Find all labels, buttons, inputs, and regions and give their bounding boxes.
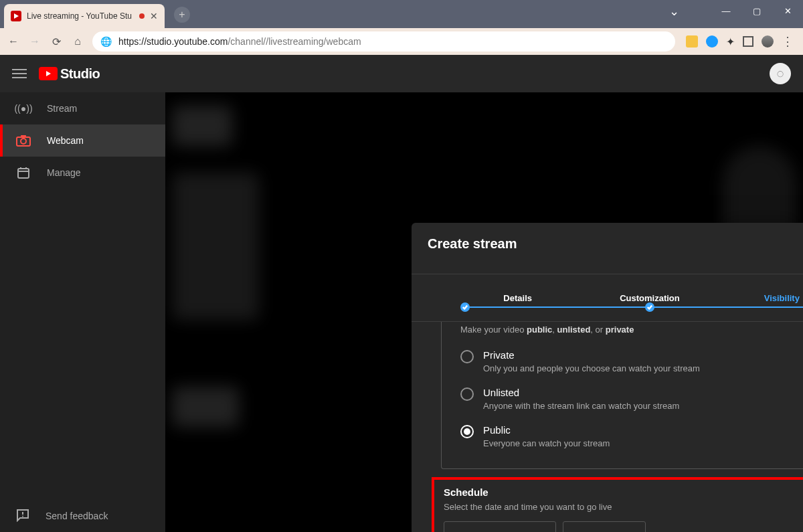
svg-point-8 bbox=[22, 515, 23, 517]
sidebar-item-label: Webcam bbox=[47, 135, 84, 146]
extensions-area: ✦ ⋮ bbox=[683, 34, 796, 49]
sidebar-item-webcam[interactable]: Webcam bbox=[0, 124, 165, 157]
window-minimize-button[interactable]: — bbox=[711, 0, 741, 21]
sidepanel-icon[interactable] bbox=[743, 36, 753, 47]
window-close-button[interactable]: ✕ bbox=[772, 0, 803, 21]
option-label: Unlisted bbox=[483, 387, 679, 398]
step-visibility[interactable]: Visibility bbox=[716, 293, 803, 303]
feedback-icon bbox=[16, 509, 29, 524]
tabs-dropdown-icon[interactable]: ⌄ bbox=[669, 4, 679, 19]
browser-tab[interactable]: Live streaming - YouTube Stu ✕ bbox=[4, 4, 165, 28]
stepper: Details Customization Visibility bbox=[412, 274, 803, 322]
new-tab-button[interactable]: + bbox=[174, 7, 190, 23]
svg-rect-2 bbox=[21, 135, 26, 138]
sidebar-item-label: Manage bbox=[47, 167, 81, 178]
step-check-icon bbox=[460, 302, 470, 312]
option-label: Public bbox=[483, 424, 610, 436]
url-domain: https://studio.youtube.com bbox=[118, 36, 228, 47]
extension-icon[interactable] bbox=[706, 35, 718, 48]
create-stream-modal: Create stream Details Customization Visi… bbox=[412, 223, 803, 532]
step-check-icon bbox=[645, 302, 654, 312]
modal-title: Create stream bbox=[428, 236, 803, 252]
option-desc: Anyone with the stream link can watch yo… bbox=[483, 401, 679, 411]
sidebar: ((●)) Stream Webcam Manage Send feedback bbox=[0, 92, 165, 532]
calendar-icon bbox=[16, 165, 31, 180]
visibility-hint: Make your video public, unlisted, or pri… bbox=[460, 322, 803, 343]
send-feedback-button[interactable]: Send feedback bbox=[0, 500, 165, 532]
app-topbar: Studio ◯ bbox=[0, 55, 803, 92]
url-path: /channel//livestreaming/webcam bbox=[228, 36, 361, 47]
youtube-play-icon bbox=[39, 67, 58, 80]
browser-toolbar: ← → ⟳ ⌂ 🌐 https://studio.youtube.com/cha… bbox=[0, 28, 803, 55]
recording-indicator-icon bbox=[139, 13, 145, 19]
option-desc: Everyone can watch your stream bbox=[483, 438, 610, 448]
menu-button[interactable] bbox=[12, 66, 27, 81]
address-bar[interactable]: 🌐 https://studio.youtube.com/channel//li… bbox=[92, 31, 675, 52]
visibility-option-private[interactable]: Private Only you and people you choose c… bbox=[460, 343, 803, 380]
extensions-menu-icon[interactable]: ✦ bbox=[726, 35, 735, 48]
studio-logo[interactable]: Studio bbox=[39, 66, 100, 82]
nav-back-button[interactable]: ← bbox=[7, 35, 20, 48]
extension-icon[interactable] bbox=[686, 35, 698, 48]
nav-home-button[interactable]: ⌂ bbox=[71, 35, 84, 48]
schedule-desc: Select the date and time you want to go … bbox=[444, 502, 803, 512]
schedule-date-picker[interactable]: May 10, 2022 bbox=[444, 521, 556, 532]
browser-menu-icon[interactable]: ⋮ bbox=[782, 34, 794, 49]
option-label: Private bbox=[483, 349, 700, 361]
site-info-icon[interactable]: 🌐 bbox=[100, 36, 112, 47]
schedule-highlight: Schedule Select the date and time you wa… bbox=[432, 477, 803, 532]
nav-forward-button: → bbox=[28, 35, 41, 48]
profile-avatar-icon[interactable] bbox=[762, 35, 774, 48]
youtube-favicon bbox=[11, 11, 21, 21]
tab-close-icon[interactable]: ✕ bbox=[150, 11, 158, 21]
radio-icon[interactable] bbox=[460, 387, 474, 401]
step-details[interactable]: Details bbox=[452, 293, 584, 303]
nav-reload-button[interactable]: ⟳ bbox=[50, 35, 63, 48]
schedule-title: Schedule bbox=[444, 486, 803, 498]
svg-point-1 bbox=[21, 139, 26, 144]
schedule-time-picker[interactable]: 2:15 PM bbox=[563, 521, 646, 532]
visibility-option-public[interactable]: Public Everyone can watch your stream bbox=[460, 418, 803, 455]
feedback-label: Send feedback bbox=[46, 511, 108, 521]
radio-icon[interactable] bbox=[460, 350, 474, 363]
sidebar-item-label: Stream bbox=[47, 103, 77, 114]
tab-title: Live streaming - YouTube Stu bbox=[27, 11, 134, 21]
visibility-panel: Make your video public, unlisted, or pri… bbox=[441, 322, 803, 469]
radio-selected-icon[interactable] bbox=[460, 425, 474, 438]
sidebar-item-manage[interactable]: Manage bbox=[0, 157, 165, 189]
logo-text: Studio bbox=[60, 66, 100, 82]
content-area: Create stream Details Customization Visi… bbox=[165, 92, 803, 532]
broadcast-icon: ((●)) bbox=[16, 101, 31, 116]
visibility-option-unlisted[interactable]: Unlisted Anyone with the stream link can… bbox=[460, 380, 803, 418]
sidebar-item-stream[interactable]: ((●)) Stream bbox=[0, 92, 165, 124]
svg-rect-3 bbox=[18, 169, 29, 178]
step-customization[interactable]: Customization bbox=[584, 293, 715, 303]
camera-icon bbox=[16, 133, 31, 148]
window-maximize-button[interactable]: ▢ bbox=[741, 0, 772, 21]
account-avatar[interactable]: ◯ bbox=[770, 63, 791, 84]
option-desc: Only you and people you choose can watch… bbox=[483, 363, 700, 373]
browser-titlebar: Live streaming - YouTube Stu ✕ + ⌄ — ▢ ✕ bbox=[0, 0, 803, 28]
